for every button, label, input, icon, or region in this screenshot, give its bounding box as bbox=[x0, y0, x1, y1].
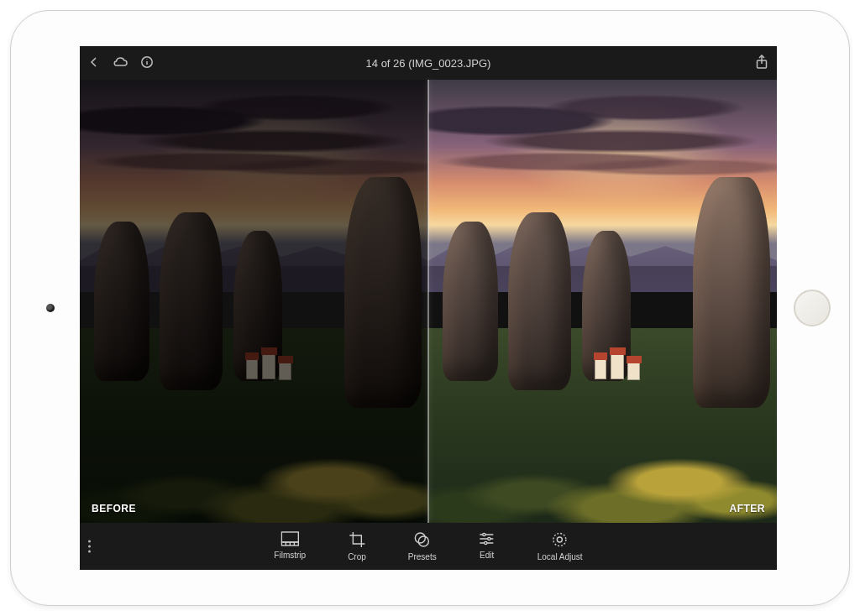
cloud-icon bbox=[112, 56, 128, 68]
after-image bbox=[428, 80, 777, 523]
radial-adjust-icon bbox=[552, 531, 569, 548]
info-icon bbox=[140, 55, 154, 69]
edit-label: Edit bbox=[480, 551, 494, 560]
more-menu-button[interactable] bbox=[88, 540, 91, 553]
svg-point-15 bbox=[488, 537, 490, 540]
crop-label: Crop bbox=[348, 552, 366, 561]
app-screen: 14 of 26 (IMG_0023.JPG) bbox=[80, 46, 777, 570]
before-image bbox=[80, 80, 428, 523]
edit-button[interactable]: Edit bbox=[479, 531, 496, 560]
svg-rect-5 bbox=[281, 532, 298, 542]
compare-divider[interactable] bbox=[428, 80, 429, 523]
home-button[interactable] bbox=[794, 290, 831, 326]
image-title: 14 of 26 (IMG_0023.JPG) bbox=[366, 57, 491, 70]
before-label: BEFORE bbox=[92, 503, 136, 514]
svg-point-18 bbox=[558, 537, 563, 542]
compare-viewport[interactable]: BEFORE AFTER bbox=[80, 80, 777, 523]
svg-point-17 bbox=[485, 541, 487, 544]
filmstrip-icon bbox=[281, 531, 299, 546]
crop-button[interactable]: Crop bbox=[348, 531, 366, 561]
filmstrip-button[interactable]: Filmstrip bbox=[274, 531, 306, 560]
tool-strip: Filmstrip Crop Presets bbox=[274, 531, 582, 561]
info-button[interactable] bbox=[140, 55, 154, 71]
share-button[interactable] bbox=[755, 55, 768, 72]
local-adjust-label: Local Adjust bbox=[538, 552, 583, 561]
svg-point-13 bbox=[483, 533, 485, 535]
cloud-sync-button[interactable] bbox=[112, 56, 128, 70]
presets-label: Presets bbox=[408, 552, 437, 561]
ipad-device-frame: 14 of 26 (IMG_0023.JPG) bbox=[10, 10, 850, 606]
svg-point-2 bbox=[147, 59, 148, 60]
local-adjust-button[interactable]: Local Adjust bbox=[538, 531, 583, 561]
chevron-left-icon bbox=[88, 56, 100, 68]
presets-button[interactable]: Presets bbox=[408, 531, 437, 561]
share-icon bbox=[755, 55, 768, 70]
back-button[interactable] bbox=[88, 56, 100, 70]
presets-icon bbox=[414, 531, 431, 548]
svg-point-19 bbox=[553, 534, 566, 546]
crop-icon bbox=[349, 531, 365, 548]
after-label: AFTER bbox=[730, 503, 766, 514]
top-bar: 14 of 26 (IMG_0023.JPG) bbox=[80, 46, 777, 80]
front-camera bbox=[46, 304, 55, 312]
filmstrip-label: Filmstrip bbox=[274, 551, 306, 560]
sliders-icon bbox=[479, 531, 496, 546]
bottom-toolbar: Filmstrip Crop Presets bbox=[80, 523, 777, 570]
